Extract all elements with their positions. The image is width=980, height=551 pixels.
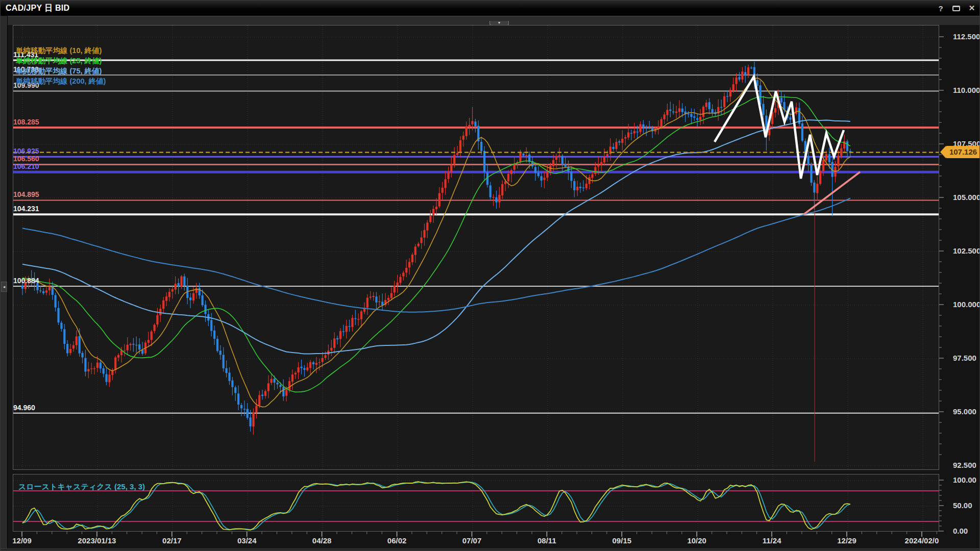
candle-body [774,108,776,113]
candle-body [303,368,305,370]
candle-body [807,156,810,165]
candle-body [541,176,543,181]
candle-body [816,184,818,193]
candle-body [132,344,134,345]
candle-body [295,373,297,374]
candle-body [555,156,557,160]
candle-body [723,96,725,107]
candle-body [373,296,375,297]
candle-body [600,162,602,165]
candle-body [357,319,359,319]
candle-body [819,170,821,184]
price-line-label-104.231: 104.231 [13,205,39,213]
candle-body [720,107,722,108]
candle-body [210,320,212,331]
candle-body [501,184,503,195]
candle-body [234,387,236,393]
candle-body [498,195,500,203]
candle-body [442,188,444,193]
candle-body [378,302,380,303]
candle-body [192,293,194,300]
x-axis-label-09/15: 09/15 [612,536,632,545]
x-axis-label-02/17: 02/17 [162,536,182,545]
candle-body [63,329,65,344]
candle-body [172,289,174,291]
candle-body [573,181,575,190]
candle-body [510,170,512,174]
main-chart-panel[interactable] [13,25,939,470]
y-axis-label-100.000: 100.000 [953,300,980,309]
current-price-tag: 107.126 [946,146,980,158]
candle-body [306,367,308,370]
candle-body [594,167,596,174]
candle-body [846,141,848,151]
candle-body [690,114,692,117]
candle-body [565,164,567,167]
candle-body [525,155,527,156]
candle-body [138,344,140,349]
ma-legend-10: 単純移動平均線 (10, 終値) [16,46,102,56]
candle-body [645,127,647,128]
candle-body [117,355,119,358]
candle-body [81,353,83,358]
candle-body [801,123,803,141]
candle-body [453,155,455,165]
candle-body [469,125,471,127]
candle-body [105,374,107,382]
help-button[interactable]: ? [936,4,945,13]
candle-body [471,121,473,124]
candle-body [411,255,413,262]
candle-body [124,350,126,351]
candle-body [432,209,434,216]
stochastics-panel[interactable] [13,474,939,532]
candle-body [84,358,86,372]
candle-body [76,336,78,345]
x-axis-label-2024/02/0: 2024/02/0 [905,536,939,545]
x-axis-label-12/09: 12/09 [12,536,32,545]
candle-body [258,395,260,405]
candle-body [168,292,170,297]
candle-body [612,147,615,149]
panel-collapse-arrow[interactable]: ◂ [1,282,7,292]
candle-body [79,336,81,354]
stochastics-canvas[interactable] [13,474,939,531]
candle-body [151,332,153,340]
candle-body [342,331,345,332]
candle-body [642,124,644,127]
candle-body [736,78,738,84]
candle-body [810,164,812,183]
candle-body [438,193,440,207]
candle-body [582,188,584,188]
candle-body [421,237,423,243]
candle-body [621,139,623,143]
candle-body [423,230,425,238]
candle-body [480,142,482,151]
y-axis-ticks [939,25,946,532]
candle-body [237,393,239,405]
candle-body [429,216,431,222]
candle-body [199,288,201,295]
candle-body [69,349,71,353]
candle-body [732,84,734,90]
candle-body [135,345,137,345]
candle-body [346,326,348,332]
y-axis-label-102.500: 102.500 [953,246,980,256]
candle-body [21,286,23,289]
x-axis-label-08/11: 08/11 [537,536,556,545]
candle-body [630,133,632,134]
candle-body [45,290,47,292]
candle-body [231,381,233,387]
candle-body [394,286,396,292]
date-axis[interactable] [13,532,980,539]
candle-body [615,142,617,149]
main-chart-canvas[interactable] [13,26,939,469]
close-button[interactable]: ✕ [967,4,976,13]
maximize-button[interactable] [952,6,960,11]
candle-body [285,390,287,396]
candle-body [264,391,266,396]
candle-body [178,283,180,286]
candle-body [156,315,158,324]
candle-body [450,164,452,172]
candle-body [390,293,393,298]
candle-body [744,72,746,75]
